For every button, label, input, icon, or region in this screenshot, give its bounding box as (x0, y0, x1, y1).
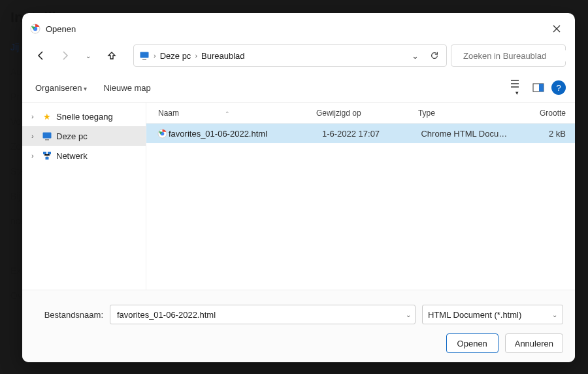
organize-button[interactable]: Organiseren▾ (29, 80, 93, 96)
tree-item-quick-access[interactable]: › ★ Snelle toegang (22, 107, 146, 126)
monitor-icon (139, 50, 150, 61)
file-list: Naam⌃ Gewijzigd op Type Grootte favorite… (146, 103, 575, 290)
chevron-right-icon: › (31, 132, 38, 140)
svg-rect-8 (45, 139, 49, 141)
star-icon: ★ (42, 111, 52, 122)
toolbar: Organiseren▾ Nieuwe map ▾ ? (22, 73, 575, 103)
breadcrumb-bar[interactable]: › Deze pc › Bureaublad ⌄ (133, 44, 447, 67)
refresh-icon (430, 51, 439, 60)
dialog-footer: Bestandsnaam: favorites_01-06-2022.html … (22, 290, 575, 362)
cancel-button[interactable]: Annuleren (505, 333, 563, 353)
new-folder-button[interactable]: Nieuwe map (97, 80, 157, 96)
chrome-icon (30, 24, 41, 34)
chrome-file-icon (155, 129, 169, 139)
breadcrumb-dropdown[interactable]: ⌄ (407, 51, 423, 61)
dialog-title: Openen (46, 24, 76, 34)
search-box[interactable] (451, 44, 566, 67)
tree-item-this-pc[interactable]: › Deze pc (22, 126, 146, 146)
arrow-up-icon (106, 50, 117, 61)
navbar: ⌄ › Deze pc › Bureaublad ⌄ (22, 44, 575, 73)
caret-down-icon: ▾ (84, 85, 87, 92)
file-row[interactable]: favorites_01-06-2022.html 1-6-2022 17:07… (146, 124, 575, 143)
svg-rect-10 (48, 152, 51, 154)
svg-rect-7 (43, 133, 52, 139)
filename-label: Bestandsnaam: (34, 310, 103, 320)
col-size[interactable]: Grootte (520, 109, 566, 118)
monitor-icon (42, 131, 52, 141)
preview-pane-button[interactable] (529, 78, 547, 97)
svg-rect-9 (43, 152, 46, 154)
tree-label: Deze pc (56, 131, 88, 141)
list-view-icon (510, 79, 522, 88)
svg-rect-6 (539, 84, 544, 92)
file-date: 1-6-2022 17:07 (322, 129, 421, 139)
chevron-right-icon: › (31, 152, 38, 160)
sort-caret-icon: ⌃ (225, 110, 230, 117)
col-modified[interactable]: Gewijzigd op (316, 109, 418, 118)
caret-down-icon: ⌄ (406, 311, 411, 318)
nav-tree: › ★ Snelle toegang › Deze pc › Netwerk (22, 103, 146, 290)
help-button[interactable]: ? (551, 80, 566, 95)
caret-down-icon: ⌄ (552, 311, 557, 318)
caret-down-icon: ▾ (515, 90, 519, 96)
chevron-right-icon: › (154, 52, 156, 60)
filetype-value: HTML Document (*.html) (428, 310, 521, 320)
chevron-right-icon: › (195, 52, 197, 60)
tree-item-network[interactable]: › Netwerk (22, 146, 146, 165)
view-mode-button[interactable]: ▾ (507, 78, 525, 97)
col-name[interactable]: Naam⌃ (158, 109, 316, 118)
arrow-right-icon (59, 50, 70, 61)
breadcrumb-item[interactable]: Deze pc (160, 51, 191, 61)
refresh-button[interactable] (427, 51, 442, 60)
network-icon (42, 150, 52, 161)
file-size: 2 kB (520, 129, 566, 139)
tree-label: Snelle toegang (56, 112, 113, 122)
arrow-left-icon (36, 50, 46, 61)
breadcrumb-item[interactable]: Bureaublad (201, 51, 245, 61)
chevron-right-icon: › (31, 112, 38, 120)
file-type: Chrome HTML Docu… (421, 129, 520, 139)
open-button[interactable]: Openen (446, 333, 498, 353)
col-type[interactable]: Type (418, 109, 520, 118)
search-input[interactable] (462, 50, 574, 61)
nav-up-button[interactable] (102, 46, 122, 65)
preview-pane-icon (532, 83, 544, 92)
close-button[interactable] (547, 20, 566, 38)
filename-combo[interactable]: favorites_01-06-2022.html ⌄ (110, 305, 416, 324)
svg-rect-2 (140, 52, 149, 58)
svg-rect-11 (46, 157, 49, 160)
close-icon (552, 24, 561, 33)
nav-recent-dropdown[interactable]: ⌄ (78, 46, 98, 65)
nav-forward-button[interactable] (55, 46, 74, 65)
tree-label: Netwerk (56, 151, 88, 161)
open-file-dialog: Openen ⌄ › Deze pc › Bureaublad ⌄ (22, 13, 575, 362)
filetype-combo[interactable]: HTML Document (*.html) ⌄ (422, 305, 563, 324)
column-headers: Naam⌃ Gewijzigd op Type Grootte (146, 103, 575, 124)
titlebar: Openen (22, 13, 575, 44)
file-name: favorites_01-06-2022.html (169, 129, 322, 139)
nav-back-button[interactable] (31, 46, 51, 65)
svg-rect-3 (142, 59, 146, 60)
filename-value: favorites_01-06-2022.html (117, 310, 216, 320)
organize-label: Organiseren (35, 83, 82, 93)
